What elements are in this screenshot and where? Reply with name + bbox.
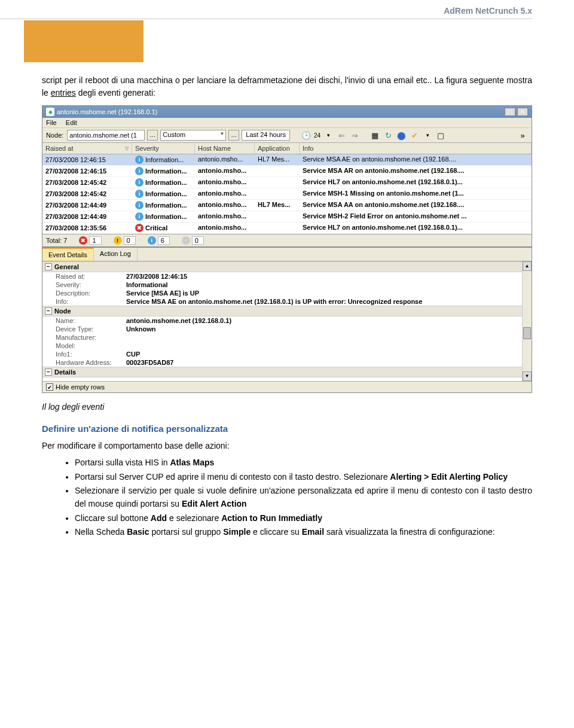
para-text: degli eventi generati: <box>76 88 155 98</box>
table-row[interactable]: 27/03/2008 12:46:15iInformation...antoni… <box>42 154 532 166</box>
events-grid: Raised at▽ Severity Host Name Applicatio… <box>42 143 532 234</box>
cell-severity: iInformation... <box>132 188 195 199</box>
collapse-button[interactable]: − <box>45 307 52 315</box>
col-raised-at[interactable]: Raised at▽ <box>42 143 132 154</box>
col-hostname[interactable]: Host Name <box>195 143 255 154</box>
scroll-down-icon[interactable]: ▼ <box>523 371 532 381</box>
close-button[interactable]: ✕ <box>517 108 528 116</box>
settings-icon[interactable]: ⬤ <box>396 130 407 141</box>
table-row[interactable]: 27/03/2008 12:44:49iInformation...antoni… <box>42 200 532 211</box>
tab-event-details[interactable]: Event Details <box>42 248 94 261</box>
cell-app: HL7 Mes... <box>255 200 300 211</box>
details-panel: Event Details Action Log − General Raise… <box>42 246 532 392</box>
grid-status-bar: Total: 7 ✖1 !0 i6 ·0 <box>42 234 532 246</box>
check-icon[interactable]: ✔ <box>409 130 420 141</box>
cell-severity: iInformation... <box>132 177 195 188</box>
li-text: e cliccare su <box>251 527 302 537</box>
refresh-icon[interactable]: ↻ <box>383 130 393 141</box>
table-row[interactable]: 27/03/2008 12:45:42iInformation...antoni… <box>42 177 532 188</box>
hw-address-label: Hardware Address: <box>42 359 126 366</box>
more-icon[interactable]: » <box>517 130 528 141</box>
details-scrollbar[interactable]: ▲ ▼ <box>522 261 532 381</box>
col-info[interactable]: Info <box>300 143 532 154</box>
warning-icon: ! <box>114 236 122 245</box>
nav-forward-icon[interactable]: ⇒ <box>349 130 360 141</box>
tab-action-log[interactable]: Action Log <box>94 248 138 261</box>
timerange-button[interactable]: Last 24 hours <box>242 130 290 141</box>
severity-icon: ✖ <box>135 224 144 232</box>
filter-select[interactable]: Custom <box>160 130 226 141</box>
collapse-button[interactable]: − <box>45 368 52 376</box>
li-bold: Edit Alert Action <box>182 499 247 508</box>
hide-empty-label: Hide empty rows <box>56 383 105 391</box>
severity-label: Severity: <box>42 281 126 288</box>
panel-icon[interactable]: ▢ <box>435 130 446 141</box>
cell-app <box>255 223 300 233</box>
severity-icon: i <box>135 178 144 187</box>
table-row[interactable]: 27/03/2008 12:44:49iInformation...antoni… <box>42 211 532 223</box>
total-count: 7 <box>63 237 67 244</box>
device-type-value: Unknown <box>126 325 532 333</box>
node-input[interactable] <box>67 130 145 141</box>
manufacturer-label: Manufacturer: <box>42 334 126 341</box>
cell-raised: 27/03/2008 12:44:49 <box>42 211 132 222</box>
nav-back-icon[interactable]: ⇐ <box>336 130 347 141</box>
node-browse-button[interactable]: … <box>147 130 158 141</box>
para-underline: entries <box>51 88 76 98</box>
sort-desc-icon: ▽ <box>125 146 129 151</box>
dropdown-arrow-icon[interactable]: ▼ <box>323 130 334 141</box>
critical-count: 1 <box>89 236 101 245</box>
cell-raised: 27/03/2008 12:44:49 <box>42 200 132 211</box>
maximize-button[interactable]: □ <box>505 108 515 116</box>
li-text: Selezionare il servizio per quale si vuo… <box>75 486 532 508</box>
figure-caption: Il log degli eventi <box>42 402 532 412</box>
dropdown-icon[interactable]: ▼ <box>422 130 433 141</box>
filter-browse-button[interactable]: … <box>228 130 239 141</box>
menu-edit[interactable]: Edit <box>66 119 77 126</box>
device-type-label: Device Type: <box>42 325 126 333</box>
hide-empty-checkbox[interactable]: ✔ <box>46 383 53 391</box>
table-row[interactable]: 27/03/2008 12:45:42iInformation...antoni… <box>42 188 532 200</box>
col-label: Raised at <box>45 145 73 152</box>
manufacturer-value <box>126 334 532 341</box>
model-value <box>126 342 532 349</box>
other-count: 0 <box>192 236 204 245</box>
section-title: General <box>54 263 79 270</box>
li-bold: Basic <box>127 527 149 537</box>
grid-view-icon[interactable]: ▦ <box>370 130 380 141</box>
li-text: sarà visualizzata la finestra di configu… <box>324 527 495 537</box>
table-row[interactable]: 27/03/2008 12:46:15iInformation...antoni… <box>42 166 532 177</box>
cell-host: antonio.msho... <box>195 166 255 176</box>
scroll-thumb[interactable] <box>523 327 531 339</box>
list-item: Selezionare il servizio per quale si vuo… <box>75 485 532 510</box>
cell-host: antonio.msho... <box>195 211 255 222</box>
details-footer: ✔ Hide empty rows <box>42 381 532 392</box>
instruction-list: Portarsi sulla vista HIS in Atlas Maps P… <box>42 456 532 539</box>
total-label: Total: <box>46 237 62 244</box>
severity-icon: i <box>135 212 144 221</box>
collapse-button[interactable]: − <box>45 263 52 270</box>
raised-at-label: Raised at: <box>42 273 126 280</box>
cell-app <box>255 177 300 188</box>
cell-host: antonio.msho... <box>195 177 255 188</box>
clock-icon[interactable]: 🕒 <box>301 130 312 141</box>
cell-app <box>255 166 300 176</box>
table-row[interactable]: 27/03/2008 12:35:56✖Criticalantonio.msho… <box>42 223 532 234</box>
info-icon: i <box>148 236 156 245</box>
details-body: − General Raised at:27/03/2008 12:46:15 … <box>42 261 532 381</box>
raised-at-value: 27/03/2008 12:46:15 <box>126 273 532 280</box>
severity-icon: i <box>135 156 144 164</box>
cell-severity: iInformation... <box>132 166 195 176</box>
scroll-up-icon[interactable]: ▲ <box>523 261 532 271</box>
name-label: Name: <box>42 317 126 324</box>
cell-info: Service MSH-2 Field Error on antonio.msh… <box>300 211 532 222</box>
cell-severity: iInformation... <box>132 200 195 211</box>
menu-file[interactable]: File <box>46 119 57 126</box>
li-bold: Simple <box>223 527 251 537</box>
cell-severity: ✖Critical <box>132 223 195 233</box>
netcrunch-window: ◆ antonio.mshome.net (192.168.0.1) □ ✕ F… <box>42 105 532 393</box>
col-application[interactable]: Application <box>255 143 300 154</box>
col-severity[interactable]: Severity <box>132 143 195 154</box>
li-text: Cliccare sul bottone <box>75 513 151 523</box>
intro-paragraph: script per il reboot di una macchina o p… <box>42 74 532 99</box>
